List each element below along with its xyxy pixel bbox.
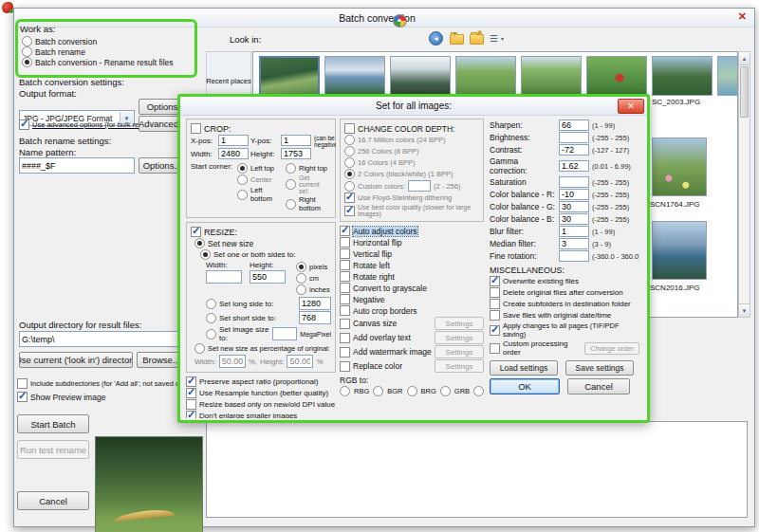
- scroll-up-icon[interactable]: ▲: [739, 52, 750, 65]
- corner-get-current[interactable]: Get current sel.: [286, 174, 331, 194]
- contrast-input[interactable]: [559, 144, 589, 156]
- resize-width-input[interactable]: [206, 270, 242, 284]
- depth-custom-radio[interactable]: Custom colors: (2 - 256): [344, 180, 479, 192]
- pct-height-input[interactable]: [287, 355, 313, 368]
- resize-checkbox[interactable]: RESIZE:: [191, 227, 331, 237]
- file-list-area[interactable]: [206, 421, 748, 518]
- recent-places-label[interactable]: Recent places: [204, 77, 253, 85]
- thumbnail-6[interactable]: [586, 56, 647, 96]
- percentage-radio[interactable]: Set new size as percentage of original:: [194, 343, 331, 354]
- thumbnail-3[interactable]: [390, 56, 451, 96]
- preserve-aspect-checkbox[interactable]: Preserve aspect ratio (proportional): [186, 376, 336, 387]
- thumbnail-scn1764[interactable]: [652, 138, 707, 196]
- rgb-rbg-radio[interactable]: [340, 386, 350, 396]
- cancel-button[interactable]: Cancel: [17, 491, 89, 510]
- file-label[interactable]: SCN1764.JPG: [650, 200, 699, 209]
- thumbnail-scn2016[interactable]: [652, 221, 707, 280]
- dialog-cancel-button[interactable]: Cancel: [567, 378, 630, 394]
- blur-input[interactable]: [559, 226, 589, 237]
- crop-checkbox[interactable]: CROP:: [191, 123, 331, 134]
- balance-r-input[interactable]: [559, 189, 589, 200]
- back-icon[interactable]: ◄: [429, 31, 443, 46]
- crop-width-input[interactable]: [218, 148, 249, 159]
- canvas-settings-button[interactable]: Settings: [435, 317, 484, 330]
- image-size-input[interactable]: [272, 327, 297, 340]
- dialog-close-icon[interactable]: ✕: [618, 99, 644, 114]
- save-settings-button[interactable]: Save settings: [565, 360, 634, 376]
- balance-g-input[interactable]: [559, 201, 589, 212]
- rgb-bgr-radio[interactable]: [373, 386, 383, 396]
- delete-original-checkbox[interactable]: Delete original files after conversion: [490, 287, 639, 298]
- gamma-input[interactable]: [559, 160, 589, 172]
- short-side-input[interactable]: [299, 311, 331, 324]
- unit-cm[interactable]: cm: [296, 273, 330, 284]
- scrollbar-thumb[interactable]: [740, 66, 749, 118]
- apply-all-pages-checkbox[interactable]: Apply changes to all pages (TIF/PDF savi…: [490, 321, 639, 339]
- name-pattern-input[interactable]: [19, 157, 135, 174]
- auto-adjust-checkbox[interactable]: Auto adjust colors: [340, 226, 484, 236]
- up-folder-icon[interactable]: ↑: [450, 34, 464, 46]
- vflip-checkbox[interactable]: Vertical flip: [340, 248, 484, 259]
- overwrite-checkbox[interactable]: Overwrite existing files: [490, 276, 639, 286]
- long-side-input[interactable]: [299, 297, 331, 310]
- corner-center[interactable]: Center: [237, 174, 283, 185]
- scrollbar[interactable]: ▲ ▼: [738, 51, 750, 318]
- unit-pixels[interactable]: pixels: [296, 262, 330, 272]
- depth-1bpp-radio[interactable]: 2 Colors (black/white) (1 BPP): [344, 169, 479, 179]
- replace-settings-button[interactable]: Settings: [435, 359, 484, 373]
- radio-batch-conversion[interactable]: Batch conversion: [22, 36, 97, 46]
- overlay-settings-button[interactable]: Settings: [435, 331, 484, 344]
- ok-button[interactable]: OK: [490, 378, 560, 394]
- brightness-input[interactable]: [559, 132, 589, 143]
- include-subdirs-checkbox[interactable]: Include subdirectories (for 'Add all'; n…: [17, 378, 199, 389]
- window-close-icon[interactable]: ✕: [738, 10, 747, 23]
- radio-batch-rename[interactable]: Batch rename: [22, 46, 85, 57]
- watermark-checkbox[interactable]: Add watermark image Settings: [340, 345, 484, 358]
- load-settings-button[interactable]: Load settings: [490, 360, 558, 376]
- best-quality-checkbox[interactable]: Use best color quality (slower for large…: [344, 204, 479, 217]
- thumbnail-1[interactable]: [259, 56, 320, 96]
- custom-order-checkbox[interactable]: Custom processing order Change order: [490, 339, 639, 357]
- depth-8bpp-radio[interactable]: 256 Colors (8 BPP): [344, 146, 479, 156]
- custom-colors-input[interactable]: [408, 180, 431, 192]
- depth-4bpp-radio[interactable]: 16 Colors (4 BPP): [344, 157, 479, 168]
- rgb-grb-radio[interactable]: [440, 386, 451, 396]
- new-folder-icon[interactable]: ✱: [470, 34, 484, 46]
- rotate-right-checkbox[interactable]: Rotate right: [340, 271, 484, 282]
- unit-inches[interactable]: inches: [296, 284, 330, 295]
- start-batch-button[interactable]: Start Batch: [17, 414, 89, 433]
- crop-height-input[interactable]: [281, 148, 311, 159]
- ypos-input[interactable]: [281, 135, 311, 146]
- corner-left-bottom[interactable]: Left bottom: [237, 186, 283, 203]
- rotate-left-checkbox[interactable]: Rotate left: [340, 260, 484, 270]
- output-dir-input[interactable]: [19, 331, 184, 347]
- fine-rotation-input[interactable]: [559, 250, 589, 262]
- create-subfolders-checkbox[interactable]: Create subfolders in destination folder: [490, 299, 639, 309]
- radio-batch-conversion-rename[interactable]: Batch conversion - Rename result files: [22, 57, 174, 67]
- app-icon[interactable]: [2, 2, 13, 13]
- thumbnail-8[interactable]: [717, 56, 738, 96]
- overlay-text-checkbox[interactable]: Add overlay text Settings: [340, 331, 484, 344]
- rgb-gbr-radio[interactable]: [473, 386, 484, 396]
- saturation-input[interactable]: [559, 176, 589, 188]
- long-side-radio[interactable]: Set long side to:: [206, 297, 331, 310]
- dialog-titlebar[interactable]: Set for all images: ✕: [180, 97, 647, 116]
- resample-checkbox[interactable]: Use Resample function (better quality): [186, 388, 336, 398]
- dithering-checkbox[interactable]: Use Floyd-Steinberg dithering: [344, 193, 479, 203]
- file-label[interactable]: SC_2003.JPG: [652, 98, 700, 106]
- thumbnail-5[interactable]: [521, 56, 582, 96]
- corner-right-bottom[interactable]: Right bottom: [286, 195, 331, 212]
- original-datetime-checkbox[interactable]: Save files with original date/time: [490, 310, 639, 321]
- show-preview-checkbox[interactable]: Show Preview image: [17, 392, 105, 402]
- one-or-both-radio[interactable]: Set one or both sides to:: [200, 249, 331, 260]
- watermark-settings-button[interactable]: Settings: [435, 345, 484, 358]
- depth-24bpp-radio[interactable]: 16.7 Million colors (24 BPP): [344, 135, 479, 145]
- set-new-size-radio[interactable]: Set new size: [194, 238, 331, 248]
- image-size-radio[interactable]: Set image size to: MegaPixel: [206, 325, 331, 342]
- pct-width-input[interactable]: [219, 355, 246, 368]
- median-input[interactable]: [559, 238, 589, 249]
- thumbnail-4[interactable]: [455, 56, 516, 96]
- grayscale-checkbox[interactable]: Convert to grayscale: [340, 283, 484, 293]
- dpi-resize-checkbox[interactable]: Resize based only on new/old DPI value: [186, 399, 336, 410]
- auto-crop-checkbox[interactable]: Auto crop borders: [340, 305, 484, 316]
